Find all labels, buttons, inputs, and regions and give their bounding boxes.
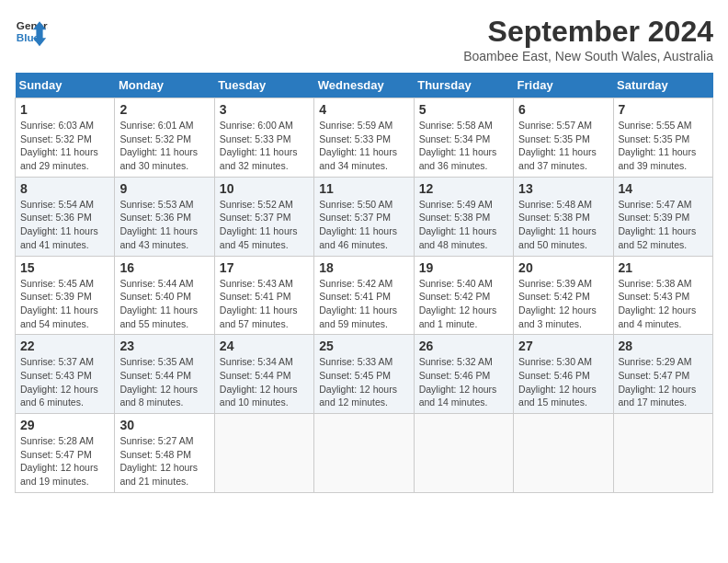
day-number: 25 [319, 339, 408, 353]
day-info: Sunrise: 5:28 AM Sunset: 5:47 PM Dayligh… [20, 434, 109, 488]
day-info: Sunrise: 5:37 AM Sunset: 5:43 PM Dayligh… [20, 355, 109, 409]
table-row [514, 414, 613, 493]
calendar-week-row: 1Sunrise: 6:03 AM Sunset: 5:32 PM Daylig… [16, 98, 713, 178]
day-number: 17 [220, 260, 309, 275]
day-info: Sunrise: 5:45 AM Sunset: 5:39 PM Dayligh… [20, 277, 109, 331]
day-info: Sunrise: 5:43 AM Sunset: 5:41 PM Dayligh… [220, 277, 309, 331]
col-tuesday: Tuesday [214, 73, 313, 98]
table-row: 18Sunrise: 5:42 AM Sunset: 5:41 PM Dayli… [314, 256, 414, 335]
day-number: 4 [319, 102, 408, 117]
col-sunday: Sunday [16, 73, 115, 98]
table-row: 9Sunrise: 5:53 AM Sunset: 5:36 PM Daylig… [115, 177, 214, 256]
logo-icon: General Blue [15, 15, 48, 48]
svg-text:General: General [17, 19, 48, 31]
day-number: 19 [419, 260, 508, 275]
day-info: Sunrise: 6:01 AM Sunset: 5:32 PM Dayligh… [119, 119, 209, 173]
table-row: 25Sunrise: 5:33 AM Sunset: 5:45 PM Dayli… [314, 335, 414, 414]
day-info: Sunrise: 5:48 AM Sunset: 5:38 PM Dayligh… [518, 198, 608, 252]
day-number: 16 [119, 260, 209, 275]
month-title: September 2024 [463, 15, 713, 49]
calendar-week-row: 22Sunrise: 5:37 AM Sunset: 5:43 PM Dayli… [16, 335, 713, 414]
day-number: 7 [619, 102, 708, 117]
col-thursday: Thursday [414, 73, 513, 98]
day-info: Sunrise: 5:49 AM Sunset: 5:38 PM Dayligh… [419, 198, 508, 252]
day-number: 20 [518, 260, 608, 275]
day-number: 2 [119, 102, 209, 117]
day-number: 14 [619, 181, 708, 196]
day-info: Sunrise: 5:58 AM Sunset: 5:34 PM Dayligh… [419, 119, 508, 173]
col-monday: Monday [115, 73, 214, 98]
table-row: 15Sunrise: 5:45 AM Sunset: 5:39 PM Dayli… [16, 256, 115, 335]
day-info: Sunrise: 5:44 AM Sunset: 5:40 PM Dayligh… [119, 277, 209, 331]
calendar-week-row: 8Sunrise: 5:54 AM Sunset: 5:36 PM Daylig… [16, 177, 713, 256]
table-row: 20Sunrise: 5:39 AM Sunset: 5:42 PM Dayli… [514, 256, 613, 335]
table-row: 10Sunrise: 5:52 AM Sunset: 5:37 PM Dayli… [214, 177, 313, 256]
calendar-week-row: 15Sunrise: 5:45 AM Sunset: 5:39 PM Dayli… [16, 256, 713, 335]
day-number: 10 [220, 181, 309, 196]
table-row: 5Sunrise: 5:58 AM Sunset: 5:34 PM Daylig… [414, 98, 513, 178]
table-row: 26Sunrise: 5:32 AM Sunset: 5:46 PM Dayli… [414, 335, 513, 414]
table-row: 8Sunrise: 5:54 AM Sunset: 5:36 PM Daylig… [16, 177, 115, 256]
location-title: Boambee East, New South Wales, Australia [463, 49, 713, 63]
table-row: 12Sunrise: 5:49 AM Sunset: 5:38 PM Dayli… [414, 177, 513, 256]
day-number: 8 [20, 181, 109, 196]
table-row: 6Sunrise: 5:57 AM Sunset: 5:35 PM Daylig… [514, 98, 613, 178]
day-number: 12 [419, 181, 508, 196]
day-info: Sunrise: 5:57 AM Sunset: 5:35 PM Dayligh… [518, 119, 608, 173]
table-row [314, 414, 414, 493]
table-row: 21Sunrise: 5:38 AM Sunset: 5:43 PM Dayli… [613, 256, 712, 335]
table-row: 1Sunrise: 6:03 AM Sunset: 5:32 PM Daylig… [16, 98, 115, 178]
day-info: Sunrise: 5:35 AM Sunset: 5:44 PM Dayligh… [119, 355, 209, 409]
table-row [214, 414, 313, 493]
header-row: Sunday Monday Tuesday Wednesday Thursday… [16, 73, 713, 98]
day-info: Sunrise: 5:40 AM Sunset: 5:42 PM Dayligh… [419, 277, 508, 331]
col-saturday: Saturday [613, 73, 712, 98]
day-number: 15 [20, 260, 109, 275]
table-row: 2Sunrise: 6:01 AM Sunset: 5:32 PM Daylig… [115, 98, 214, 178]
table-row [414, 414, 513, 493]
day-number: 18 [319, 260, 408, 275]
page-header: General Blue September 2024 Boambee East… [15, 15, 713, 63]
table-row: 30Sunrise: 5:27 AM Sunset: 5:48 PM Dayli… [115, 414, 214, 493]
day-number: 6 [518, 102, 608, 117]
table-row: 11Sunrise: 5:50 AM Sunset: 5:37 PM Dayli… [314, 177, 414, 256]
table-row: 3Sunrise: 6:00 AM Sunset: 5:33 PM Daylig… [214, 98, 313, 178]
day-number: 27 [518, 339, 608, 353]
day-info: Sunrise: 5:39 AM Sunset: 5:42 PM Dayligh… [518, 277, 608, 331]
day-number: 29 [20, 418, 109, 432]
day-info: Sunrise: 5:59 AM Sunset: 5:33 PM Dayligh… [319, 119, 408, 173]
day-info: Sunrise: 5:30 AM Sunset: 5:46 PM Dayligh… [518, 355, 608, 409]
day-info: Sunrise: 5:53 AM Sunset: 5:36 PM Dayligh… [119, 198, 209, 252]
day-info: Sunrise: 5:27 AM Sunset: 5:48 PM Dayligh… [119, 434, 209, 488]
day-info: Sunrise: 5:47 AM Sunset: 5:39 PM Dayligh… [619, 198, 708, 252]
table-row: 13Sunrise: 5:48 AM Sunset: 5:38 PM Dayli… [514, 177, 613, 256]
day-info: Sunrise: 5:34 AM Sunset: 5:44 PM Dayligh… [220, 355, 309, 409]
day-number: 30 [119, 418, 209, 432]
day-number: 13 [518, 181, 608, 196]
day-number: 23 [119, 339, 209, 353]
table-row: 16Sunrise: 5:44 AM Sunset: 5:40 PM Dayli… [115, 256, 214, 335]
day-info: Sunrise: 5:54 AM Sunset: 5:36 PM Dayligh… [20, 198, 109, 252]
day-number: 11 [319, 181, 408, 196]
day-number: 21 [619, 260, 708, 275]
day-info: Sunrise: 5:50 AM Sunset: 5:37 PM Dayligh… [319, 198, 408, 252]
table-row: 27Sunrise: 5:30 AM Sunset: 5:46 PM Dayli… [514, 335, 613, 414]
day-number: 1 [20, 102, 109, 117]
table-row: 4Sunrise: 5:59 AM Sunset: 5:33 PM Daylig… [314, 98, 414, 178]
table-row: 19Sunrise: 5:40 AM Sunset: 5:42 PM Dayli… [414, 256, 513, 335]
table-row: 7Sunrise: 5:55 AM Sunset: 5:35 PM Daylig… [613, 98, 712, 178]
logo: General Blue [15, 15, 48, 48]
day-number: 24 [220, 339, 309, 353]
day-number: 26 [419, 339, 508, 353]
day-number: 3 [220, 102, 309, 117]
day-number: 22 [20, 339, 109, 353]
day-info: Sunrise: 5:38 AM Sunset: 5:43 PM Dayligh… [619, 277, 708, 331]
calendar-week-row: 29Sunrise: 5:28 AM Sunset: 5:47 PM Dayli… [16, 414, 713, 493]
day-number: 9 [119, 181, 209, 196]
day-info: Sunrise: 5:32 AM Sunset: 5:46 PM Dayligh… [419, 355, 508, 409]
day-info: Sunrise: 5:29 AM Sunset: 5:47 PM Dayligh… [619, 355, 708, 409]
table-row: 28Sunrise: 5:29 AM Sunset: 5:47 PM Dayli… [613, 335, 712, 414]
table-row: 14Sunrise: 5:47 AM Sunset: 5:39 PM Dayli… [613, 177, 712, 256]
day-info: Sunrise: 5:33 AM Sunset: 5:45 PM Dayligh… [319, 355, 408, 409]
day-info: Sunrise: 5:42 AM Sunset: 5:41 PM Dayligh… [319, 277, 408, 331]
